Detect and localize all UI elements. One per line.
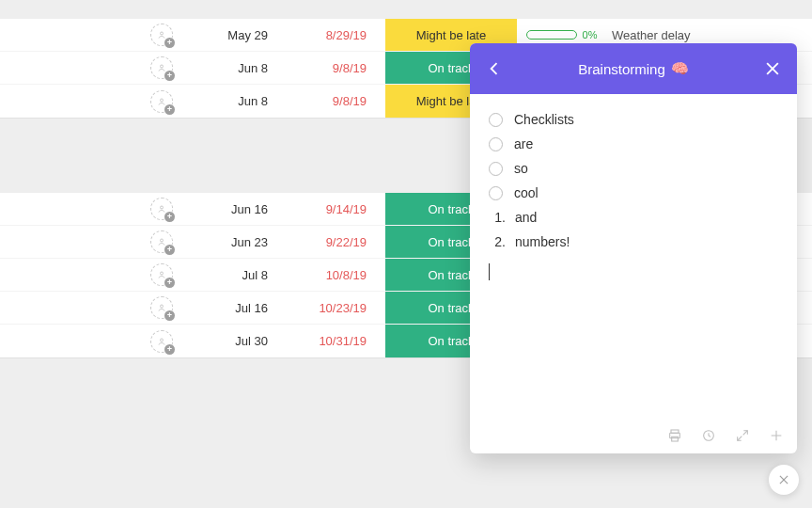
start-date-cell[interactable]: Jul 8 <box>188 268 287 282</box>
start-date-cell[interactable]: Jun 8 <box>188 61 287 75</box>
text-cursor-line[interactable] <box>489 263 782 283</box>
start-date-cell[interactable]: Jun 16 <box>188 202 287 216</box>
close-icon <box>777 473 790 486</box>
printer-icon <box>667 428 682 443</box>
numbered-item[interactable]: 2.numbers! <box>485 230 782 254</box>
checkbox[interactable] <box>489 162 503 176</box>
svg-point-0 <box>161 32 164 35</box>
checklist-text: cool <box>514 185 539 200</box>
close-panel-button[interactable] <box>761 57 784 80</box>
assignee-avatar-placeholder[interactable]: + <box>150 230 173 253</box>
expand-button[interactable] <box>735 428 750 443</box>
start-date-cell[interactable]: Jun 23 <box>188 235 287 249</box>
checklist-item[interactable]: Checklists <box>485 107 782 132</box>
side-panel: Brainstorming 🧠 Checklistsaresocool1.and… <box>470 43 797 453</box>
svg-point-4 <box>161 239 164 242</box>
dismiss-button[interactable] <box>769 465 799 495</box>
assignee-cell[interactable]: + <box>0 230 188 253</box>
progress-cell[interactable]: 0% <box>517 29 606 40</box>
checklist-text: so <box>514 161 528 176</box>
number-marker: 1. <box>489 210 506 225</box>
expand-icon <box>735 428 750 443</box>
progress-label: 0% <box>583 29 598 40</box>
start-date-cell[interactable]: May 29 <box>188 28 287 42</box>
assignee-cell[interactable]: + <box>0 330 188 353</box>
panel-emoji: 🧠 <box>671 60 689 77</box>
panel-body[interactable]: Checklistsaresocool1.and2.numbers! <box>470 94 797 418</box>
progress-bar <box>526 30 577 40</box>
due-date-cell[interactable]: 9/14/19 <box>287 202 385 216</box>
panel-header: Brainstorming 🧠 <box>470 43 797 94</box>
svg-point-5 <box>161 272 164 275</box>
svg-line-14 <box>743 431 748 436</box>
chevron-left-icon <box>485 59 504 78</box>
note-cell[interactable]: Weather delay <box>606 28 691 42</box>
checklist-text: Checklists <box>514 112 574 127</box>
assignee-avatar-placeholder[interactable]: + <box>150 24 173 46</box>
svg-rect-12 <box>672 437 679 441</box>
assignee-cell[interactable]: + <box>0 198 188 220</box>
print-button[interactable] <box>667 428 682 443</box>
svg-point-2 <box>161 99 164 102</box>
checklist-text: are <box>514 136 533 151</box>
assignee-avatar-placeholder[interactable]: + <box>150 198 173 220</box>
panel-footer <box>470 418 797 453</box>
assignee-cell[interactable]: + <box>0 90 188 113</box>
assignee-avatar-placeholder[interactable]: + <box>150 90 173 113</box>
checkbox[interactable] <box>489 113 503 127</box>
svg-point-1 <box>161 65 164 68</box>
close-icon <box>763 59 782 78</box>
plus-icon <box>769 428 784 443</box>
due-date-cell[interactable]: 10/8/19 <box>287 268 385 282</box>
text-cursor <box>489 263 490 280</box>
start-date-cell[interactable]: Jul 30 <box>188 334 287 348</box>
history-button[interactable] <box>701 428 716 443</box>
assignee-avatar-placeholder[interactable]: + <box>150 56 173 79</box>
checklist-item[interactable]: so <box>485 156 782 181</box>
svg-line-15 <box>738 437 742 441</box>
checklist-item[interactable]: are <box>485 132 782 156</box>
assignee-cell[interactable]: + <box>0 24 188 46</box>
start-date-cell[interactable]: Jul 16 <box>188 301 287 315</box>
assignee-avatar-placeholder[interactable]: + <box>150 330 173 353</box>
due-date-cell[interactable]: 10/31/19 <box>287 334 385 348</box>
checkbox[interactable] <box>489 186 503 200</box>
due-date-cell[interactable]: 9/22/19 <box>287 235 385 249</box>
checkbox[interactable] <box>489 137 503 151</box>
checklist-item[interactable]: cool <box>485 181 782 205</box>
back-button[interactable] <box>483 57 506 80</box>
start-date-cell[interactable]: Jun 8 <box>188 94 287 108</box>
svg-point-6 <box>161 305 164 308</box>
panel-title-text: Brainstorming <box>578 61 665 77</box>
due-date-cell[interactable]: 9/8/19 <box>287 94 385 108</box>
assignee-avatar-placeholder[interactable]: + <box>150 263 173 286</box>
due-date-cell[interactable]: 10/23/19 <box>287 301 385 315</box>
panel-title: Brainstorming 🧠 <box>578 60 689 77</box>
svg-point-3 <box>161 206 164 209</box>
due-date-cell[interactable]: 9/8/19 <box>287 61 385 75</box>
numbered-item[interactable]: 1.and <box>485 205 782 230</box>
assignee-cell[interactable]: + <box>0 296 188 319</box>
due-date-cell[interactable]: 8/29/19 <box>287 28 385 42</box>
history-icon <box>701 428 716 443</box>
assignee-cell[interactable]: + <box>0 263 188 286</box>
svg-point-7 <box>161 339 164 341</box>
numbered-text: numbers! <box>515 234 570 249</box>
assignee-cell[interactable]: + <box>0 56 188 79</box>
add-button[interactable] <box>769 428 784 443</box>
number-marker: 2. <box>489 234 506 249</box>
assignee-avatar-placeholder[interactable]: + <box>150 296 173 319</box>
numbered-text: and <box>515 210 537 225</box>
